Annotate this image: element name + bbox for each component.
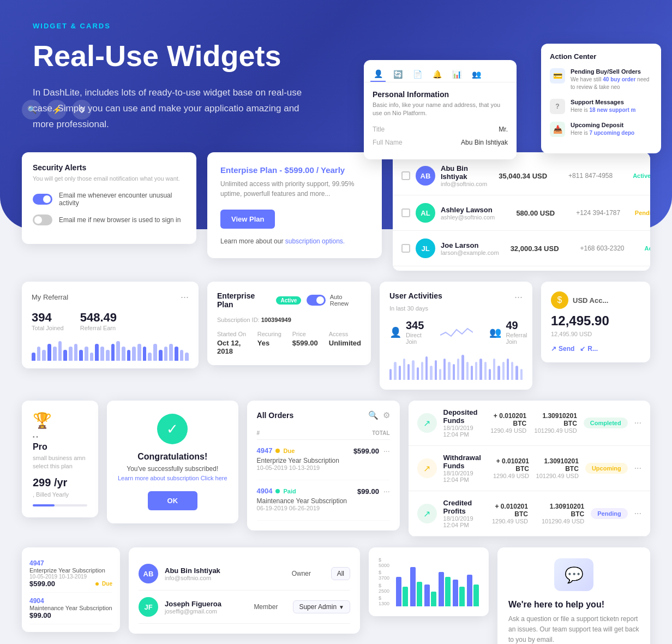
activity-bar-8	[425, 356, 428, 380]
chart-bar-blue-1	[410, 567, 416, 606]
subscription-options-link[interactable]: subscription options.	[285, 237, 345, 245]
user-checkbox-0[interactable]	[401, 171, 410, 180]
team-permission-1[interactable]: Super Admin ▼	[293, 600, 350, 613]
filter-icon-btn[interactable]: ⚡	[47, 100, 67, 120]
widgets-area: 🔍 ⚡ ⚙ Security Alerts You will get only …	[0, 122, 672, 644]
ref-bar-14	[106, 350, 110, 361]
auto-renew-toggle[interactable]	[307, 295, 325, 306]
congrats-ok-button[interactable]: OK	[148, 491, 198, 510]
user-checkbox-1[interactable]	[401, 208, 410, 217]
activity-bar-9	[430, 366, 432, 380]
sub-recurring: Recuring Yes	[257, 331, 281, 355]
direct-join-icon: 👤	[389, 326, 401, 338]
mini-due-dot-0	[95, 582, 99, 586]
activity-bar-4	[407, 364, 410, 380]
chart-bar-group-5	[467, 575, 479, 607]
team-role-0: Owner	[292, 570, 325, 577]
pi-label-title: Title	[373, 126, 385, 133]
sub-started: Started On Oct 12, 2018	[217, 331, 247, 355]
direct-join-label: Direct Join	[406, 332, 424, 345]
mini-order-price-0: $599.00	[29, 580, 55, 588]
direct-join-info: 345 Direct Join	[406, 319, 424, 345]
view-plan-button[interactable]: View Plan	[220, 210, 275, 229]
user-email-1: ashley@softnio.com	[441, 214, 495, 220]
toggle-unusual-activity[interactable]	[33, 194, 52, 205]
row-2: My Referral ··· 394 Total Joined 548.49 …	[22, 282, 650, 390]
order-id-0: 4947	[257, 446, 273, 455]
trans-btc-2: + 0.010201 BTC 1290.49 USD	[480, 503, 528, 524]
mini-order-date-0: 10-05-2019 10-13-2019	[29, 574, 112, 580]
trans-more-1[interactable]: ···	[634, 463, 641, 473]
tab-refresh[interactable]: 🔄	[390, 67, 405, 82]
referral-join-info: 49 Referral Join	[506, 319, 527, 345]
ac-icon-support: ?	[550, 99, 565, 114]
search-icon-btn[interactable]: 🔍	[22, 100, 41, 120]
team-permission-0[interactable]: All	[331, 567, 350, 580]
activities-subtitle: In last 30 days	[389, 305, 523, 312]
tab-notification[interactable]: 🔔	[429, 67, 445, 82]
order-date-0: 10-05-2019 10-13-2019	[257, 464, 339, 471]
ac-item-title-0: Pending Buy/Sell Orders	[571, 68, 652, 75]
trans-status-2: Pending	[591, 508, 627, 519]
ref-bar-13	[100, 347, 104, 361]
pro-plan-card: 🏆 • • Pro small business amn select this…	[22, 401, 98, 517]
chevron-down-icon: ▼	[339, 604, 344, 610]
order-dots-1[interactable]: ···	[383, 487, 390, 496]
enterprise-link-text: Learn more about our subscription option…	[220, 237, 369, 245]
activity-bar-20	[479, 359, 482, 380]
ref-bar-24	[159, 350, 163, 361]
ac-icon-orders: 💳	[550, 68, 565, 84]
congrats-link[interactable]: Learn more about subscription Click here	[118, 475, 227, 481]
enterprise-desc: Unlimited access with priority support, …	[220, 179, 369, 199]
activity-bar-14	[453, 364, 455, 380]
settings-icon-btn[interactable]: ⚙	[72, 100, 92, 120]
chart-bar-group-4	[453, 580, 465, 607]
chart-bar-blue-0	[396, 577, 401, 606]
activity-bar-25	[502, 362, 505, 380]
tab-personal[interactable]: 👤	[370, 67, 386, 82]
ref-bar-28	[180, 350, 184, 361]
order-right-1: $99.00 ···	[357, 487, 389, 496]
chart-bar-blue-3	[439, 572, 444, 606]
orders-search-icon[interactable]: 🔍	[368, 410, 379, 420]
trans-info-0: Deposited Funds 18/10/2019 12:04 PM	[443, 408, 478, 438]
orders-settings-icon[interactable]: ⚙	[383, 410, 390, 420]
trans-more-2[interactable]: ···	[634, 509, 641, 518]
pro-title: Pro	[33, 442, 87, 452]
order-status-1: Paid	[275, 488, 296, 494]
activities-menu[interactable]: ···	[514, 291, 523, 303]
sub-access: Access Unlimited	[329, 331, 361, 355]
toggle-row-0: Email me whenever encounter unusual acti…	[33, 192, 185, 207]
user-email-0: info@softnio.com	[441, 181, 487, 187]
trans-more-0[interactable]: ···	[634, 418, 641, 428]
user-checkbox-2[interactable]	[401, 244, 410, 253]
activity-bar-18	[471, 366, 473, 380]
toggle-new-browser[interactable]	[33, 214, 52, 225]
usd-send-btn[interactable]: ↗ Send	[551, 345, 574, 353]
team-name-1: Joseph Figueroa	[165, 600, 247, 608]
trans-btc-add-2: + 0.010201 BTC	[480, 503, 528, 518]
mini-order-1: 4904 Maintenance Year Subscription $99.0…	[29, 593, 112, 624]
orders-col-hash: #	[257, 430, 260, 436]
trans-fiat-btc-2: 1.30910201 BTC	[535, 503, 584, 518]
trans-row-1: ↗ Withdrawal Funds 18/10/2019 12:04 PM +…	[409, 446, 650, 491]
trans-status-1: Upcoming	[585, 463, 628, 474]
referral-joined-label: Total Joined	[32, 325, 64, 331]
mini-order-right-1: $99.00	[29, 611, 112, 619]
user-amount-2: 32,000.34 USD	[505, 245, 559, 253]
tab-document[interactable]: 📄	[410, 67, 425, 82]
tab-users[interactable]: 👥	[469, 67, 484, 82]
trans-fiat-usd-2: 101290.49 USD	[535, 518, 584, 524]
order-dots-0[interactable]: ···	[383, 446, 390, 455]
pi-value-fullname: Abu Bin Ishtiyak	[461, 139, 508, 146]
ac-item-body-2: Upcoming Deposit Here is 7 upcoming depo	[571, 122, 634, 137]
usd-receive-btn[interactable]: ↙ R...	[580, 345, 598, 353]
referral-menu[interactable]: ···	[181, 291, 189, 303]
orders-icons: 🔍 ⚙	[368, 410, 390, 420]
ref-bar-7	[69, 347, 73, 361]
tab-analytics[interactable]: 📊	[449, 67, 464, 82]
activity-bar-27	[511, 362, 513, 380]
order-row-main-1: 4904 Paid Maintenance Year Subscription …	[257, 487, 390, 511]
chart-bar-blue-5	[467, 575, 472, 607]
chart-area: $ 5000$ 3700$ 2500$ 1300	[379, 557, 479, 606]
